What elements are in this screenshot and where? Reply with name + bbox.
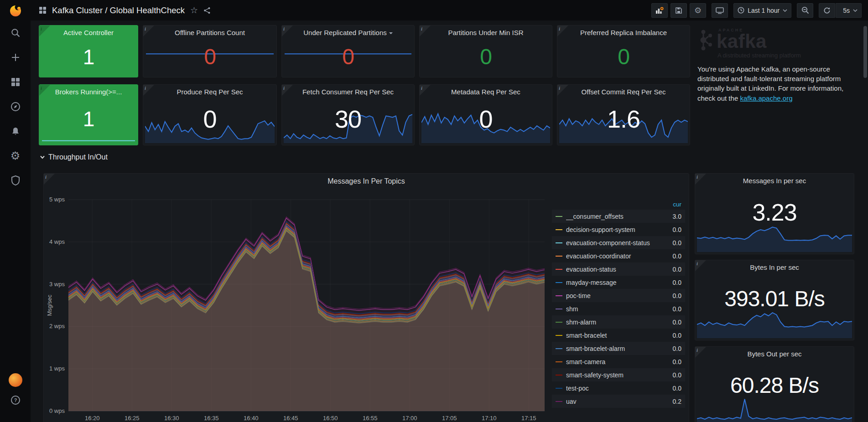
legend-row[interactable]: poc-time0.0 xyxy=(552,289,685,302)
kafka-apache-org-link[interactable]: kafka.apache.org xyxy=(740,94,792,102)
legend-row[interactable]: smart-safety-system0.0 xyxy=(552,368,685,381)
series-current-value: 3.0 xyxy=(661,213,681,220)
panel-info-icon[interactable]: i xyxy=(39,85,50,96)
panel-title[interactable]: Offline Partitions Count xyxy=(143,29,276,36)
legend-row[interactable]: evacuation-coordinator0.0 xyxy=(552,249,685,262)
series-name[interactable]: poc-time xyxy=(566,292,661,299)
series-name[interactable]: evacuation-component-status xyxy=(566,239,661,247)
series-name[interactable]: decision-support-system xyxy=(566,226,661,233)
panel-title[interactable]: Messages In per sec xyxy=(695,177,854,185)
dashboard-settings-button[interactable]: ⚙ xyxy=(690,3,706,18)
series-name[interactable]: __consumer_offsets xyxy=(566,213,661,220)
sidebar-bottom: ? xyxy=(0,370,31,422)
panel-info-icon[interactable]: i xyxy=(282,85,293,96)
panel-info-icon[interactable]: i xyxy=(143,85,154,96)
chart-title[interactable]: Messages In Per Topics xyxy=(44,177,689,185)
panel-title[interactable]: Preferred Replica Imbalance xyxy=(557,29,690,36)
configuration-gear-icon[interactable]: ⚙ xyxy=(0,144,31,168)
panel-title[interactable]: Brokers Running(>=... xyxy=(39,88,138,96)
series-name[interactable]: test-poc xyxy=(566,385,661,392)
search-icon[interactable] xyxy=(0,21,31,45)
legend-row[interactable]: __consumer_offsets3.0 xyxy=(552,210,685,223)
series-name[interactable]: mayday-message xyxy=(566,279,661,286)
panel-title[interactable]: Partitions Under Min ISR xyxy=(420,29,552,36)
panel-info-icon[interactable]: i xyxy=(695,260,706,271)
series-name[interactable]: smart-bracelet-alarm xyxy=(566,345,661,352)
legend-row[interactable]: shm0.0 xyxy=(552,302,685,315)
series-name[interactable]: evacuation-status xyxy=(566,266,661,273)
panel-info-icon[interactable]: i xyxy=(557,26,568,36)
panel-info-icon[interactable]: i xyxy=(420,26,431,36)
panel-title[interactable]: Bytes In per sec xyxy=(695,263,854,271)
add-panel-button[interactable] xyxy=(651,3,668,18)
zoom-out-button[interactable] xyxy=(797,3,813,18)
panel-offline-partitions-count: i Offline Partitions Count 0 xyxy=(143,25,277,77)
stat-value: 0 xyxy=(557,39,690,74)
legend-row[interactable]: smart-bracelet0.0 xyxy=(552,329,685,342)
panel-info-icon[interactable]: i xyxy=(557,85,568,96)
svg-text:Msg/sec: Msg/sec xyxy=(47,295,53,316)
series-name[interactable]: shm-alarm xyxy=(566,319,661,326)
panel-info-icon[interactable]: i xyxy=(39,26,50,36)
panel-info-icon[interactable]: i xyxy=(282,26,293,36)
star-icon[interactable]: ☆ xyxy=(190,5,198,15)
vertical-scrollbar-thumb[interactable] xyxy=(863,26,867,78)
panel-info-icon[interactable]: i xyxy=(695,347,706,358)
series-name[interactable]: shm xyxy=(566,305,661,313)
panel-title[interactable]: Active Controller xyxy=(39,29,138,36)
svg-text:16:30: 16:30 xyxy=(164,415,179,422)
legend-row[interactable]: test-poc0.0 xyxy=(552,381,685,395)
share-icon[interactable] xyxy=(203,7,211,14)
panel-info-icon[interactable]: i xyxy=(44,174,55,185)
panel-title[interactable]: Bytes Out per sec xyxy=(695,350,854,358)
panel-info-icon[interactable]: i xyxy=(143,26,154,36)
cycle-view-button[interactable] xyxy=(712,3,728,18)
chevron-down-icon xyxy=(783,9,787,12)
panel-title[interactable]: Under Replicated Partitions xyxy=(282,29,414,36)
series-name[interactable]: smart-safety-system xyxy=(566,371,661,379)
explore-compass-icon[interactable] xyxy=(0,94,31,119)
row-throughput-in-out[interactable]: Throughput In/Out xyxy=(40,153,108,161)
legend-row[interactable]: uav0.2 xyxy=(552,395,685,408)
panel-info-icon[interactable]: i xyxy=(695,174,706,185)
time-picker-button[interactable]: Last 1 hour xyxy=(733,3,791,18)
legend-row[interactable]: smart-bracelet-alarm0.0 xyxy=(552,342,685,355)
series-name[interactable]: smart-bracelet xyxy=(566,332,661,339)
panel-menu-caret-icon[interactable] xyxy=(389,32,393,34)
series-name[interactable]: uav xyxy=(566,398,661,405)
svg-text:16:35: 16:35 xyxy=(204,415,219,422)
zoom-out-icon xyxy=(801,6,809,14)
dashboard-grid-icon[interactable] xyxy=(39,6,47,14)
save-dashboard-button[interactable] xyxy=(670,3,687,18)
legend-header-current[interactable]: cur xyxy=(552,200,685,210)
series-name[interactable]: smart-camera xyxy=(566,358,661,365)
panel-bytes-in-per-sec: i Bytes In per sec 393.01 B/s xyxy=(695,260,854,340)
panel-title[interactable]: Fetch Consumer Req Per Sec xyxy=(282,88,414,96)
server-admin-shield-icon[interactable] xyxy=(0,168,31,193)
legend-row[interactable]: shm-alarm0.0 xyxy=(552,315,685,329)
grafana-logo[interactable] xyxy=(0,0,31,21)
refresh-interval-dropdown[interactable]: 5s xyxy=(836,3,862,18)
legend-row[interactable]: evacuation-status0.0 xyxy=(552,262,685,276)
stat-value: 1 xyxy=(39,97,138,141)
legend-row[interactable]: decision-support-system0.0 xyxy=(552,223,685,236)
panel-title[interactable]: Metadata Req Per Sec xyxy=(420,88,552,96)
svg-text:17:00: 17:00 xyxy=(402,415,417,422)
panel-partitions-under-min-isr: i Partitions Under Min ISR 0 xyxy=(419,25,552,77)
help-icon[interactable]: ? xyxy=(0,390,31,410)
refresh-button[interactable] xyxy=(819,3,835,18)
series-name[interactable]: evacuation-coordinator xyxy=(566,252,661,260)
panel-title[interactable]: Offset Commit Req Per Sec xyxy=(557,88,690,96)
legend-row[interactable]: mayday-message0.0 xyxy=(552,276,685,289)
legend-row[interactable]: evacuation-component-status0.0 xyxy=(552,236,685,249)
dashboards-icon[interactable] xyxy=(0,70,31,94)
stat-value: 60.28 B/s xyxy=(695,360,854,411)
dashboard-title[interactable]: Kafka Cluster / Global HealthCheck xyxy=(52,5,185,15)
panel-info-icon[interactable]: i xyxy=(420,85,431,96)
topics-chart-plot[interactable]: 0 wps1 wps2 wps3 wps4 wps5 wps16:2016:25… xyxy=(45,174,551,422)
legend-row[interactable]: smart-camera0.0 xyxy=(552,355,685,368)
alerting-bell-icon[interactable] xyxy=(0,119,31,144)
create-plus-icon[interactable] xyxy=(0,45,31,70)
panel-title[interactable]: Produce Req Per Sec xyxy=(143,88,276,96)
user-avatar[interactable] xyxy=(0,370,31,390)
